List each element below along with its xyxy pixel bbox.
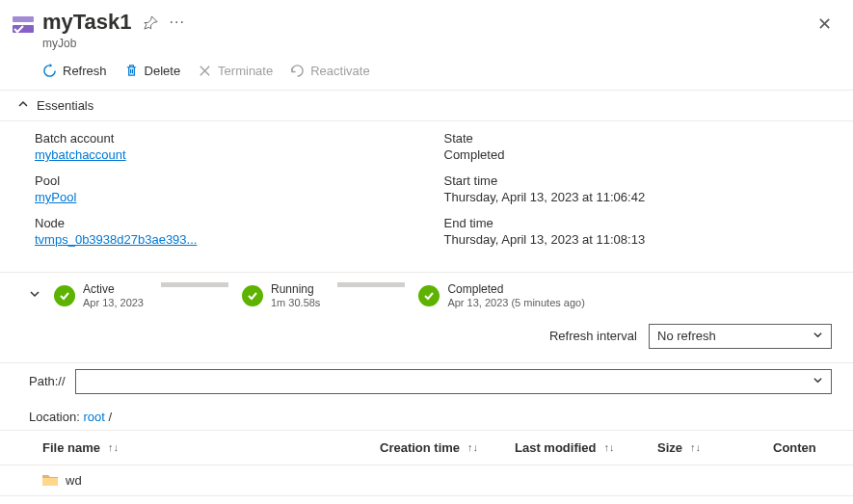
- end-time-value: Thursday, April 13, 2023 at 11:08:13: [444, 232, 854, 247]
- toolbar: Refresh Delete Terminate Reactivate: [0, 50, 853, 90]
- node-label: Node: [35, 216, 444, 230]
- essentials-heading: Essentials: [37, 98, 93, 113]
- svg-rect-0: [13, 16, 34, 22]
- refresh-interval-value: No refresh: [657, 329, 716, 343]
- col-content-type[interactable]: Conten: [773, 440, 816, 455]
- location-breadcrumb: Location: root /: [0, 404, 853, 430]
- timeline-bar: [161, 282, 228, 287]
- path-input[interactable]: [75, 369, 832, 394]
- reactivate-button: Reactivate: [290, 64, 369, 78]
- sort-icon[interactable]: ↑↓: [108, 441, 119, 453]
- task-icon: [12, 13, 35, 37]
- start-time-value: Thursday, April 13, 2023 at 11:06:42: [444, 190, 854, 204]
- refresh-interval-label: Refresh interval: [549, 329, 637, 343]
- terminate-label: Terminate: [218, 64, 273, 78]
- timeline-completed: CompletedApr 13, 2023 (5 minutes ago): [418, 282, 584, 310]
- start-time-label: Start time: [444, 173, 854, 188]
- chevron-down-icon[interactable]: [29, 288, 40, 303]
- file-name: wd: [66, 473, 82, 488]
- page-title: myTask1: [42, 10, 132, 35]
- table-row[interactable]: wd: [0, 465, 853, 496]
- file-table: File name↑↓ Creation time↑↓ Last modifie…: [0, 430, 853, 504]
- col-filename[interactable]: File name: [42, 440, 100, 455]
- table-header: File name↑↓ Creation time↑↓ Last modifie…: [0, 431, 853, 465]
- terminate-button: Terminate: [198, 64, 273, 78]
- chevron-up-icon: [17, 98, 29, 113]
- state-value: Completed: [444, 147, 854, 162]
- close-icon[interactable]: ✕: [813, 10, 836, 39]
- sort-icon[interactable]: ↑↓: [467, 441, 478, 453]
- subtitle: myJob: [42, 37, 813, 50]
- pool-label: Pool: [35, 173, 444, 188]
- reactivate-label: Reactivate: [310, 64, 369, 78]
- timeline-running: Running1m 30.58s: [242, 282, 320, 310]
- check-icon: [418, 285, 440, 306]
- refresh-button[interactable]: Refresh: [42, 64, 107, 78]
- batch-account-label: Batch account: [35, 131, 444, 146]
- chevron-down-icon: [813, 374, 823, 388]
- col-creation[interactable]: Creation time: [380, 440, 460, 455]
- pool-link[interactable]: myPool: [35, 190, 76, 204]
- delete-label: Delete: [145, 64, 181, 78]
- col-size[interactable]: Size: [657, 440, 682, 455]
- state-label: State: [444, 131, 854, 146]
- refresh-label: Refresh: [63, 64, 107, 78]
- sort-icon[interactable]: ↑↓: [604, 441, 615, 453]
- delete-button[interactable]: Delete: [124, 64, 181, 78]
- sort-icon[interactable]: ↑↓: [690, 441, 701, 453]
- end-time-label: End time: [444, 216, 854, 230]
- essentials-toggle[interactable]: Essentials: [0, 90, 853, 121]
- more-icon[interactable]: ···: [170, 13, 185, 31]
- refresh-interval-select[interactable]: No refresh: [649, 324, 832, 349]
- check-icon: [242, 285, 263, 306]
- timeline-bar: [337, 282, 405, 287]
- status-timeline: ActiveApr 13, 2023 Running1m 30.58s Comp…: [0, 272, 853, 324]
- path-label: Path://: [29, 374, 66, 388]
- batch-account-link[interactable]: mybatchaccount: [35, 147, 126, 162]
- table-row[interactable]: stderr.txtApr 13, 2023, 11:06:42Apr 13, …: [0, 496, 853, 504]
- node-link[interactable]: tvmps_0b3938d27b3ae393...: [35, 232, 197, 247]
- col-modified[interactable]: Last modified: [515, 440, 597, 455]
- check-icon: [54, 285, 75, 306]
- pin-icon[interactable]: [144, 15, 158, 30]
- chevron-down-icon: [813, 329, 823, 343]
- timeline-active: ActiveApr 13, 2023: [54, 282, 144, 310]
- location-root-link[interactable]: root: [83, 410, 104, 424]
